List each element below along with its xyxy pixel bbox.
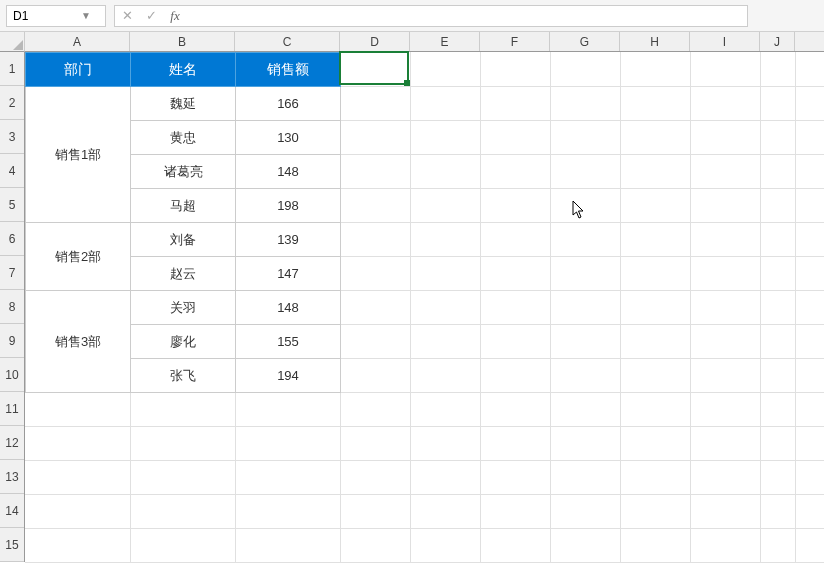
name-box[interactable]: ▼ — [6, 5, 106, 27]
formula-input[interactable] — [187, 6, 747, 26]
col-header-D[interactable]: D — [340, 32, 410, 51]
name-box-dropdown-icon[interactable]: ▼ — [77, 10, 95, 21]
name-cell[interactable]: 刘备 — [131, 223, 236, 257]
cells-area[interactable]: 部门姓名销售额 销售1部魏延166黄忠130诸葛亮148马超198销售2部刘备1… — [25, 52, 824, 562]
row-header-13[interactable]: 13 — [0, 460, 24, 494]
row-header-5[interactable]: 5 — [0, 188, 24, 222]
row-header-14[interactable]: 14 — [0, 494, 24, 528]
table-row: 销售1部魏延166 — [26, 87, 341, 121]
row-header-6[interactable]: 6 — [0, 222, 24, 256]
row-header-10[interactable]: 10 — [0, 358, 24, 392]
sales-cell[interactable]: 155 — [236, 325, 341, 359]
spreadsheet-grid: ABCDEFGHIJ 123456789101112131415 部门姓名销售额… — [0, 32, 824, 562]
fill-handle[interactable] — [404, 80, 410, 86]
data-table: 部门姓名销售额 销售1部魏延166黄忠130诸葛亮148马超198销售2部刘备1… — [25, 52, 341, 393]
row-header-9[interactable]: 9 — [0, 324, 24, 358]
col-header-B[interactable]: B — [130, 32, 235, 51]
column-headers: ABCDEFGHIJ — [25, 32, 824, 52]
formula-toolbar: ▼ ✕ ✓ fx — [0, 0, 824, 32]
sales-cell[interactable]: 194 — [236, 359, 341, 393]
table-header[interactable]: 部门 — [26, 53, 131, 87]
name-cell[interactable]: 黄忠 — [131, 121, 236, 155]
row-headers: 123456789101112131415 — [0, 52, 25, 562]
sales-cell[interactable]: 139 — [236, 223, 341, 257]
name-cell[interactable]: 魏延 — [131, 87, 236, 121]
col-header-F[interactable]: F — [480, 32, 550, 51]
row-header-7[interactable]: 7 — [0, 256, 24, 290]
table-header[interactable]: 姓名 — [131, 53, 236, 87]
select-all-corner[interactable] — [0, 32, 25, 52]
name-cell[interactable]: 廖化 — [131, 325, 236, 359]
table-row: 销售2部刘备139 — [26, 223, 341, 257]
row-header-12[interactable]: 12 — [0, 426, 24, 460]
col-header-A[interactable]: A — [25, 32, 130, 51]
dept-cell[interactable]: 销售1部 — [26, 87, 131, 223]
sales-cell[interactable]: 147 — [236, 257, 341, 291]
col-header-C[interactable]: C — [235, 32, 340, 51]
accept-icon[interactable]: ✓ — [139, 6, 163, 26]
formula-bar-group: ✕ ✓ fx — [114, 5, 748, 27]
fx-icon[interactable]: fx — [163, 6, 187, 26]
col-header-I[interactable]: I — [690, 32, 760, 51]
name-box-input[interactable] — [7, 9, 77, 23]
row-header-15[interactable]: 15 — [0, 528, 24, 562]
selection-outline — [339, 51, 409, 85]
row-header-4[interactable]: 4 — [0, 154, 24, 188]
sales-cell[interactable]: 166 — [236, 87, 341, 121]
sales-cell[interactable]: 130 — [236, 121, 341, 155]
sales-cell[interactable]: 198 — [236, 189, 341, 223]
name-cell[interactable]: 张飞 — [131, 359, 236, 393]
dept-cell[interactable]: 销售2部 — [26, 223, 131, 291]
cancel-icon[interactable]: ✕ — [115, 6, 139, 26]
col-header-J[interactable]: J — [760, 32, 795, 51]
col-header-H[interactable]: H — [620, 32, 690, 51]
table-row: 销售3部关羽148 — [26, 291, 341, 325]
name-cell[interactable]: 赵云 — [131, 257, 236, 291]
sales-cell[interactable]: 148 — [236, 155, 341, 189]
col-header-E[interactable]: E — [410, 32, 480, 51]
row-header-2[interactable]: 2 — [0, 86, 24, 120]
name-cell[interactable]: 诸葛亮 — [131, 155, 236, 189]
row-header-1[interactable]: 1 — [0, 52, 24, 86]
row-header-3[interactable]: 3 — [0, 120, 24, 154]
name-cell[interactable]: 关羽 — [131, 291, 236, 325]
row-header-11[interactable]: 11 — [0, 392, 24, 426]
sales-cell[interactable]: 148 — [236, 291, 341, 325]
col-header-G[interactable]: G — [550, 32, 620, 51]
row-header-8[interactable]: 8 — [0, 290, 24, 324]
table-header[interactable]: 销售额 — [236, 53, 341, 87]
dept-cell[interactable]: 销售3部 — [26, 291, 131, 393]
name-cell[interactable]: 马超 — [131, 189, 236, 223]
